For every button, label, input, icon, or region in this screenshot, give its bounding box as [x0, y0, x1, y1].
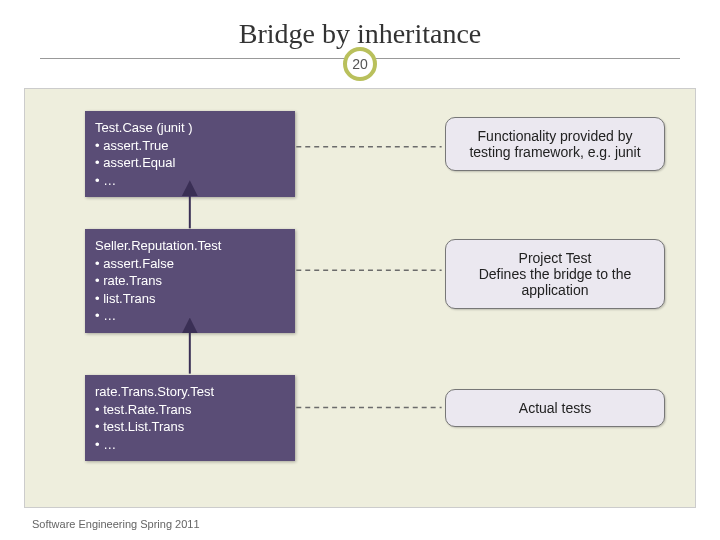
footer-text: Software Engineering Spring 2011	[32, 518, 200, 530]
class-title: Test.Case (junit )	[95, 119, 285, 137]
class-item: • test.Rate.Trans	[95, 401, 285, 419]
class-item: • …	[95, 307, 285, 325]
class-item: • assert.False	[95, 255, 285, 273]
class-box-testcase: Test.Case (junit ) • assert.True • asser…	[85, 111, 295, 197]
class-item: • list.Trans	[95, 290, 285, 308]
diagram-canvas: Test.Case (junit ) • assert.True • asser…	[24, 88, 696, 508]
callout-actualtests: Actual tests	[445, 389, 665, 427]
page-number-badge: 20	[343, 47, 377, 81]
class-title: Seller.Reputation.Test	[95, 237, 285, 255]
class-item: • assert.True	[95, 137, 285, 155]
class-item: • …	[95, 436, 285, 454]
class-box-sellerreputation: Seller.Reputation.Test • assert.False • …	[85, 229, 295, 333]
class-item: • test.List.Trans	[95, 418, 285, 436]
class-box-ratetransstory: rate.Trans.Story.Test • test.Rate.Trans …	[85, 375, 295, 461]
class-item: • assert.Equal	[95, 154, 285, 172]
class-item: • …	[95, 172, 285, 190]
class-item: • rate.Trans	[95, 272, 285, 290]
callout-projecttest: Project TestDefines the bridge to the ap…	[445, 239, 665, 309]
class-title: rate.Trans.Story.Test	[95, 383, 285, 401]
callout-framework: Functionality provided by testing framew…	[445, 117, 665, 171]
